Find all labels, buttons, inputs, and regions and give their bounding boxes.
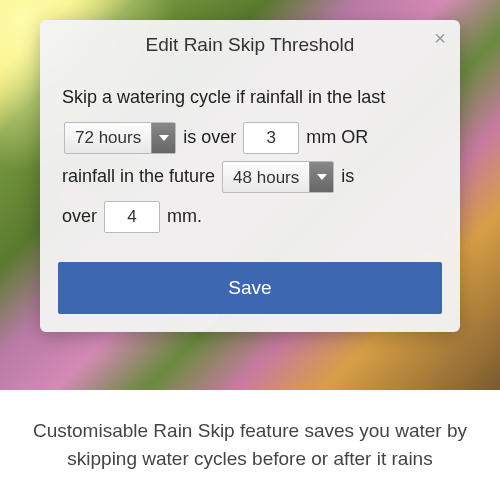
chevron-down-icon (309, 162, 333, 192)
mm-period-text: mm. (167, 206, 202, 226)
mm-or-text: mm OR (306, 127, 368, 147)
future-window-value: 48 hours (223, 162, 309, 192)
is-over-text: is over (183, 127, 236, 147)
background-photo: Edit Rain Skip Threshold × Skip a wateri… (0, 0, 500, 390)
dialog-title: Edit Rain Skip Threshold (60, 34, 440, 56)
future-window-select[interactable]: 48 hours (222, 161, 334, 193)
is-text: is (341, 166, 354, 186)
caption-text: Customisable Rain Skip feature saves you… (30, 417, 470, 472)
caption-area: Customisable Rain Skip feature saves you… (0, 390, 500, 500)
past-window-value: 72 hours (65, 123, 151, 153)
past-threshold-input[interactable]: 3 (243, 122, 299, 154)
over-text: over (62, 206, 97, 226)
past-window-select[interactable]: 72 hours (64, 122, 176, 154)
close-icon[interactable]: × (430, 28, 450, 48)
rain-skip-dialog: Edit Rain Skip Threshold × Skip a wateri… (40, 20, 460, 332)
save-button[interactable]: Save (58, 262, 442, 314)
dialog-body: Skip a watering cycle if rainfall in the… (40, 66, 460, 254)
rainfall-future-text: rainfall in the future (62, 166, 215, 186)
future-threshold-input[interactable]: 4 (104, 201, 160, 233)
dialog-header: Edit Rain Skip Threshold × (40, 20, 460, 66)
chevron-down-icon (151, 123, 175, 153)
intro-text: Skip a watering cycle if rainfall in the… (62, 87, 385, 107)
